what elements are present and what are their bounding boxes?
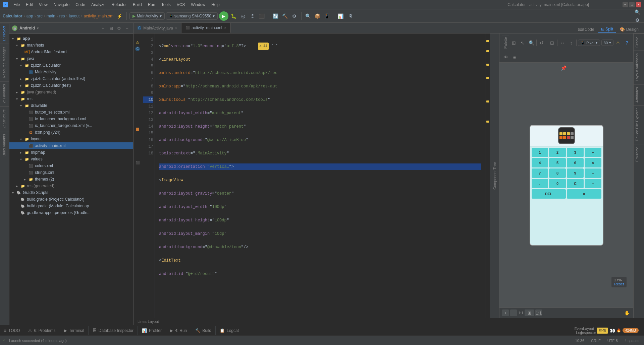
status-crlf[interactable]: CRLF — [589, 338, 603, 343]
table-button[interactable]: ⊟ — [548, 39, 556, 47]
tree-item-colors[interactable]: ⬛ colors.xml — [9, 162, 133, 169]
build-button[interactable]: 🔨 — [281, 12, 289, 20]
terminal-tab[interactable]: ▶ Terminal — [60, 326, 89, 335]
layout-validation-tab[interactable]: Layout Validation — [634, 50, 644, 84]
tree-item-mainactivity[interactable]: C MainActivity — [9, 69, 133, 75]
tree-item-drawable[interactable]: ▾ 📁 drawable — [9, 102, 133, 109]
zoom-reset[interactable]: Reset — [614, 282, 624, 286]
search-everywhere-button[interactable]: 🔍 — [304, 12, 312, 20]
run-config-dropdown[interactable]: ▶ MainActivity ▾ — [129, 12, 165, 20]
collapse-all-button[interactable]: ⊟ — [108, 25, 114, 31]
status-text[interactable]: Launch succeeded (4 minutes ago) — [7, 338, 69, 343]
tree-item-gradle-scripts[interactable]: ▾ 🐘 Gradle Scripts — [9, 189, 133, 196]
calc-btn-9[interactable]: 9 — [567, 168, 584, 178]
status-charset[interactable]: UTF-8 — [605, 338, 620, 343]
calc-btn-6[interactable]: 6 — [567, 158, 584, 167]
tab-activity-main[interactable]: ⬛ activity_main.xml × — [181, 23, 231, 33]
tree-item-build-gradle-project[interactable]: 🐘 build.gradle (Project: Calculator) — [9, 196, 133, 203]
settings-panel-button[interactable]: ⚙ — [116, 25, 122, 31]
calc-btn-2[interactable]: 2 — [549, 148, 566, 157]
tab-mainactivity[interactable]: C MainActivity.java × — [133, 23, 181, 33]
menu-analyze[interactable]: Analyze — [89, 2, 108, 8]
menu-build[interactable]: Build — [130, 2, 145, 8]
device-file-explorer-tab[interactable]: Device File Explorer — [634, 105, 644, 144]
tree-item-manifests[interactable]: ▾ 📁 manifests — [9, 42, 133, 49]
tree-item-ic-bg[interactable]: ⬛ ic_launcher_background.xml — [9, 116, 133, 122]
status-indent[interactable]: 4 spaces — [623, 338, 641, 343]
breadcrumb-file[interactable]: activity_main.xml — [84, 14, 114, 18]
profiler-tab[interactable]: 📊 Profiler — [138, 326, 166, 335]
code-mode-button[interactable]: ⌨ Code — [575, 26, 597, 33]
sync-button[interactable]: ⚡ — [116, 12, 124, 20]
calc-btn-8[interactable]: 8 — [549, 168, 566, 178]
device-preview-dropdown[interactable]: 📱 Pixel ▾ — [578, 40, 600, 46]
component-tree-label[interactable]: Component Tree — [493, 162, 497, 190]
calc-btn-dot[interactable]: . — [532, 179, 548, 188]
close-button[interactable]: × — [636, 2, 641, 7]
calc-btn-7[interactable]: 7 — [532, 168, 548, 178]
breadcrumb-main[interactable]: main — [47, 14, 55, 18]
zoom-fit-button[interactable]: ⊞ — [511, 54, 518, 61]
force-refresh-button[interactable]: ↺ — [538, 39, 545, 47]
tree-item-build-gradle-module[interactable]: 🐘 build.gradle (Module: Calculator.ap... — [9, 203, 133, 209]
calc-btn-div[interactable]: ÷ — [585, 148, 601, 157]
zoom-add-button[interactable]: + — [502, 309, 509, 316]
menu-window[interactable]: Window — [188, 2, 208, 8]
resource-manager-tab[interactable]: Resource Manager — [0, 44, 9, 81]
minimize-button[interactable]: − — [623, 2, 628, 7]
tree-item-strings[interactable]: ⬛ strings.xml — [9, 169, 133, 176]
breadcrumb-res[interactable]: res — [59, 14, 65, 18]
sync-gradle-button[interactable]: 🔄 — [272, 12, 280, 20]
calc-btn-add[interactable]: + — [585, 179, 601, 188]
attributes-tab[interactable]: Attributes — [634, 84, 644, 105]
help-preview-button[interactable]: ? — [623, 39, 631, 47]
coverage-button[interactable]: ◎ — [239, 12, 247, 20]
eye-button[interactable]: 👁 — [502, 54, 509, 61]
calc-btn-del[interactable]: DEL — [532, 189, 566, 199]
tree-item-pkg-main[interactable]: ▾ 📁 zj.dzh.Calculator — [9, 62, 133, 69]
favorites-tab[interactable]: 2: Favorites — [0, 81, 9, 106]
profile-button[interactable]: ⏱ — [249, 12, 257, 20]
tree-item-activity-main[interactable]: ⬛ activity_main.xml — [9, 142, 133, 149]
add-file-button[interactable]: + — [100, 25, 106, 31]
menu-navigate[interactable]: Navigate — [51, 2, 72, 8]
project-tab[interactable]: 1: Project — [0, 23, 9, 44]
select-mode-button[interactable]: ↖ — [519, 39, 526, 47]
search-button[interactable]: 🔍 — [633, 8, 641, 16]
close-tab-mainactivity[interactable]: × — [175, 26, 177, 30]
structure-tab[interactable]: Z: Structure — [0, 106, 9, 131]
calc-btn-c[interactable]: C — [567, 179, 584, 188]
run-tab[interactable]: ▶ 4: Run — [166, 326, 191, 335]
tree-item-mipmap[interactable]: ▸ 📁 mipmap — [9, 149, 133, 156]
design-mode-button[interactable]: 🎨 Design — [617, 26, 641, 33]
fit-button[interactable]: ⊞ — [525, 309, 534, 316]
tree-item-pkg-androidtest[interactable]: ▸ 📁 zj.dzh.Calculator (androidTest) — [9, 75, 133, 82]
menu-help[interactable]: Help — [209, 2, 222, 8]
tree-item-button-selector[interactable]: ⬛ button_selector.xml — [9, 109, 133, 116]
menu-refactor[interactable]: Refactor — [109, 2, 129, 8]
breadcrumb-src[interactable]: src — [37, 14, 43, 18]
menu-tools[interactable]: Tools — [159, 2, 173, 8]
tree-item-themes[interactable]: ▸ 📁 themes (2) — [9, 176, 133, 183]
menu-view[interactable]: View — [36, 2, 50, 8]
tree-item-java[interactable]: ▾ 📁 java — [9, 55, 133, 62]
tree-item-java-gen[interactable]: ▸ 📁 java (generated) — [9, 89, 133, 95]
todo-tab[interactable]: ≡ TODO — [0, 326, 24, 335]
calc-btn-1[interactable]: 1 — [532, 148, 548, 157]
emulator-tab[interactable]: Emulator — [634, 144, 644, 164]
calc-btn-5[interactable]: 5 — [549, 158, 566, 167]
gradle-tab[interactable]: Gradle — [634, 33, 644, 50]
db-inspector-button[interactable]: 🗄 — [346, 12, 354, 20]
calc-btn-3[interactable]: 3 — [567, 148, 584, 157]
tree-item-res[interactable]: ▾ 📁 res — [9, 95, 133, 102]
split-mode-button[interactable]: ⊟ Split — [598, 26, 616, 33]
build-variants-tab[interactable]: Build Variants — [0, 131, 9, 159]
calc-btn-4[interactable]: 4 — [532, 158, 548, 167]
original-size-button[interactable]: 1:1 — [535, 309, 542, 316]
settings-button[interactable]: ⚙ — [290, 12, 299, 20]
database-inspector-tab[interactable]: 🗄 Database Inspector — [89, 326, 138, 335]
calc-btn-eq[interactable]: = — [567, 189, 601, 199]
tree-item-androidmanifest[interactable]: MF AndroidManifest.xml — [9, 49, 133, 55]
stop-button[interactable]: ⬛ — [258, 12, 266, 20]
menu-run[interactable]: Run — [145, 2, 158, 8]
